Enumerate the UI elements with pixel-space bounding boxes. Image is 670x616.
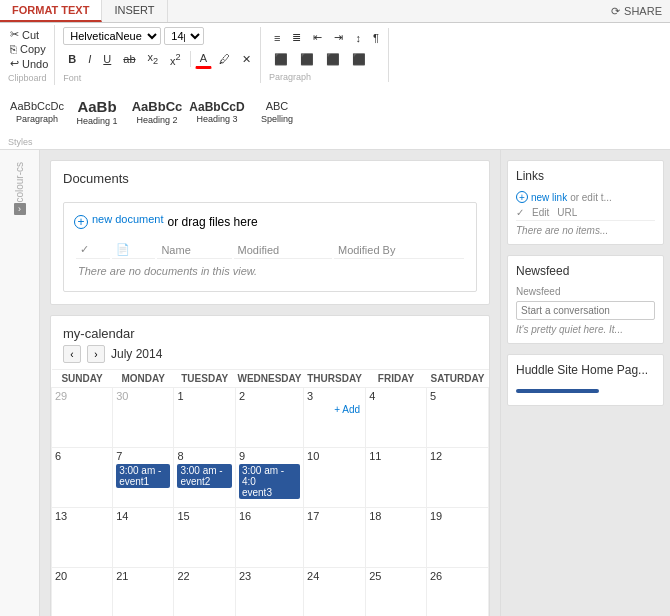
superscript-button[interactable]: x2 (165, 49, 186, 70)
new-document-link[interactable]: new document (92, 213, 164, 225)
documents-title: Documents (51, 161, 489, 194)
paragraph-group: ≡ ≣ ⇤ ⇥ ↕ ¶ ⬛ ⬛ ⬛ ⬛ Paragraph (265, 28, 389, 82)
cal-cell[interactable]: 29 (52, 388, 113, 448)
align-center-button[interactable]: ⬛ (295, 50, 319, 69)
style-paragraph[interactable]: AaBbCcDc Paragraph (8, 89, 66, 135)
newsfeed-label: Newsfeed (516, 286, 655, 297)
italic-button[interactable]: I (83, 50, 96, 68)
cal-cell[interactable]: 17 (304, 508, 366, 568)
highlight-button[interactable]: 🖊 (214, 50, 235, 68)
style-spelling-label: Spelling (261, 114, 293, 124)
style-more[interactable]: ABC Spelling (248, 89, 306, 135)
style-h2-label: Heading 2 (136, 115, 177, 125)
cal-cell[interactable]: 19 (426, 508, 488, 568)
docs-col-name: Name (157, 241, 231, 259)
cal-cell[interactable]: 5 (426, 388, 488, 448)
font-label: Font (63, 73, 81, 83)
cal-cell[interactable]: 7 3:00 am -event1 (113, 448, 174, 508)
cal-cell[interactable]: 1 (174, 388, 236, 448)
cal-cell[interactable]: 6 (52, 448, 113, 508)
tab-format-text[interactable]: FORMAT TEXT (0, 0, 102, 22)
calendar-event[interactable]: 3:00 am - 4:0event3 (239, 464, 300, 499)
justify-button[interactable]: ⬛ (347, 50, 371, 69)
cal-cell[interactable]: 18 (366, 508, 427, 568)
numbering-button[interactable]: ≣ (287, 28, 306, 47)
huddle-title: Huddle Site Home Pag... (508, 355, 663, 381)
font-name-select[interactable]: HelveticaNeue (63, 27, 161, 45)
add-link-icon: + (516, 191, 528, 203)
calendar-month: July 2014 (111, 347, 162, 361)
cal-day-sun: SUNDAY (52, 370, 113, 388)
cal-day-mon: MONDAY (113, 370, 174, 388)
documents-body: + new document or drag files here ✓ 📄 Na… (51, 194, 489, 304)
cal-week-1: 29 30 1 2 3 + Add 4 5 (52, 388, 489, 448)
cal-cell[interactable]: 15 (174, 508, 236, 568)
share-label[interactable]: SHARE (624, 5, 662, 17)
style-h3-label: Heading 3 (196, 114, 237, 124)
docs-col-icon: 📄 (112, 241, 156, 259)
cal-cell[interactable]: 30 (113, 388, 174, 448)
cal-cell[interactable]: 14 (113, 508, 174, 568)
decrease-indent-button[interactable]: ⇤ (308, 28, 327, 47)
cal-cell[interactable]: 2 (235, 388, 303, 448)
font-color-button[interactable]: A (195, 49, 212, 69)
cal-cell[interactable]: 12 (426, 448, 488, 508)
cal-cell[interactable]: 24 (304, 568, 366, 617)
bold-button[interactable]: B (63, 50, 81, 68)
undo-button[interactable]: ↩ Undo (8, 56, 50, 71)
tab-insert[interactable]: INSERT (102, 0, 167, 22)
calendar-next-button[interactable]: › (87, 345, 105, 363)
sidebar-expand-arrow[interactable]: › (14, 203, 26, 215)
cal-cell[interactable]: 11 (366, 448, 427, 508)
font-size-select[interactable]: 14px (164, 27, 204, 45)
color-label: colour-cs (14, 162, 25, 203)
cal-cell[interactable]: 26 (426, 568, 488, 617)
styles-group: AaBbCcDc Paragraph AaBb Heading 1 AaBbCc… (4, 89, 310, 147)
newsfeed-title: Newsfeed (508, 256, 663, 282)
cal-cell[interactable]: 21 (113, 568, 174, 617)
new-link-link[interactable]: new link (531, 192, 567, 203)
cal-cell[interactable]: 13 (52, 508, 113, 568)
cal-cell[interactable]: 3 + Add (304, 388, 366, 448)
show-formatting-button[interactable]: ¶ (368, 29, 384, 47)
underline-button[interactable]: U (98, 50, 116, 68)
strikethrough-button[interactable]: ab (118, 50, 140, 68)
cal-cell[interactable]: 20 (52, 568, 113, 617)
cal-cell[interactable]: 16 (235, 508, 303, 568)
huddle-body (508, 381, 663, 405)
calendar-prev-button[interactable]: ‹ (63, 345, 81, 363)
toolbar-controls-row: ✂ Cut ⎘ Copy ↩ Undo Clipboard HelveticaN… (0, 23, 670, 149)
increase-indent-button[interactable]: ⇥ (329, 28, 348, 47)
cal-cell[interactable]: 4 (366, 388, 427, 448)
copy-icon: ⎘ (10, 43, 17, 55)
cal-day-fri: FRIDAY (366, 370, 427, 388)
copy-button[interactable]: ⎘ Copy (8, 42, 48, 56)
clipboard-label: Clipboard (8, 73, 47, 83)
align-left-button[interactable]: ⬛ (269, 50, 293, 69)
cal-cell[interactable]: 22 (174, 568, 236, 617)
add-event-link[interactable]: + Add (307, 402, 362, 415)
cal-cell[interactable]: 8 3:00 am -event2 (174, 448, 236, 508)
style-heading2[interactable]: AaBbCc Heading 2 (128, 89, 186, 135)
calendar-title: my-calendar (63, 326, 477, 341)
newsfeed-input[interactable] (516, 301, 655, 320)
align-right-button[interactable]: ⬛ (321, 50, 345, 69)
subscript-button[interactable]: x2 (143, 48, 164, 69)
cal-cell[interactable]: 10 (304, 448, 366, 508)
style-heading3[interactable]: AaBbCcD Heading 3 (188, 89, 246, 135)
clear-format-button[interactable]: ✕ (237, 50, 256, 69)
sort-button[interactable]: ↕ (350, 29, 366, 47)
content-area: Documents + new document or drag files h… (40, 150, 500, 616)
toolbar: FORMAT TEXT INSERT ⟳ SHARE ✂ Cut ⎘ Copy … (0, 0, 670, 150)
newsfeed-widget: Newsfeed Newsfeed It's pretty quiet here… (507, 255, 664, 344)
style-heading1[interactable]: AaBb Heading 1 (68, 89, 126, 135)
calendar-event[interactable]: 3:00 am -event1 (116, 464, 170, 488)
cut-button[interactable]: ✂ Cut (8, 27, 41, 42)
links-title: Links (508, 161, 663, 187)
style-more-preview: ABC (266, 100, 289, 113)
calendar-event[interactable]: 3:00 am -event2 (177, 464, 232, 488)
cal-cell[interactable]: 25 (366, 568, 427, 617)
cal-cell[interactable]: 23 (235, 568, 303, 617)
bullets-button[interactable]: ≡ (269, 29, 285, 47)
cal-cell[interactable]: 9 3:00 am - 4:0event3 (235, 448, 303, 508)
